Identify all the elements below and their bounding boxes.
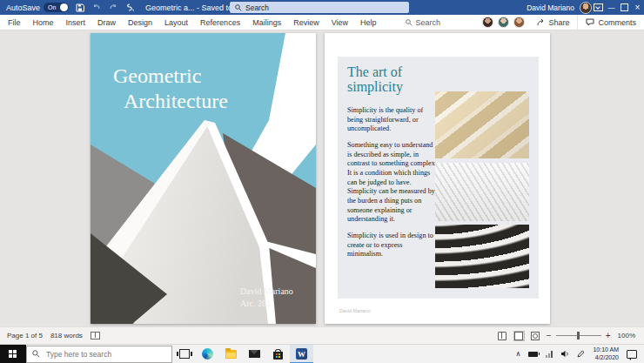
article-title-line2: simplicity	[347, 79, 403, 94]
user-avatar[interactable]	[580, 2, 592, 14]
word-count-status[interactable]: 818 words	[50, 332, 83, 339]
tab-view[interactable]: View	[325, 18, 354, 27]
tab-insert[interactable]: Insert	[60, 18, 92, 27]
title-bar: AutoSave On Geometric a... - Saved to On…	[0, 0, 644, 15]
taskbar-clock[interactable]: 10:10 AM 4/2/2020	[593, 346, 619, 362]
zoom-in-button[interactable]: +	[606, 332, 611, 340]
proofing-icon[interactable]	[91, 332, 100, 339]
action-center-icon[interactable]	[627, 350, 637, 359]
undo-icon[interactable]	[91, 2, 102, 13]
zoom-slider[interactable]	[556, 335, 601, 336]
read-mode-button[interactable]	[497, 331, 508, 341]
comments-label: Comments	[598, 18, 636, 27]
tab-review[interactable]: Review	[287, 18, 325, 27]
ribbon-display-options-button[interactable]	[592, 0, 605, 15]
close-button[interactable]: ×	[631, 0, 644, 15]
web-layout-button[interactable]	[530, 331, 541, 341]
folder-icon	[225, 350, 237, 359]
system-tray: ∧ 10:10 AM 4/2/2020	[516, 346, 637, 362]
tab-home[interactable]: Home	[27, 18, 60, 27]
save-icon[interactable]	[74, 2, 85, 13]
redo-icon[interactable]	[107, 2, 118, 13]
restore-icon	[621, 3, 628, 11]
zoom-level[interactable]: 100%	[618, 332, 635, 339]
taskbar-search-box[interactable]	[26, 346, 172, 363]
file-explorer-button[interactable]	[219, 345, 243, 363]
autosave-switch[interactable]: On	[44, 3, 69, 12]
article-body[interactable]: Simplicity is the quality of being strai…	[347, 106, 437, 266]
cover-illustration: Geometric Architecture David Mariano Arc…	[91, 33, 316, 324]
cover-course: Arc. 201	[240, 299, 271, 308]
store-button[interactable]	[266, 345, 290, 363]
search-icon	[235, 4, 242, 11]
photo-dark-curves	[435, 225, 529, 288]
tab-mailings[interactable]: Mailings	[246, 18, 287, 27]
cover-author: David Mariano	[240, 286, 293, 296]
article-title-line1: The art of	[347, 64, 403, 79]
autosave-label: AutoSave	[6, 3, 40, 12]
network-icon[interactable]	[546, 351, 553, 358]
word-taskbar-button[interactable]: W	[290, 345, 313, 363]
print-layout-button[interactable]	[513, 331, 525, 341]
minimize-button[interactable]: —	[605, 0, 618, 15]
pen-tool-icon[interactable]	[124, 2, 135, 13]
tab-design[interactable]: Design	[122, 18, 158, 27]
page-cover[interactable]: Geometric Architecture David Mariano Arc…	[91, 33, 316, 324]
coauthor-avatar[interactable]	[498, 17, 509, 28]
coauthor-avatar[interactable]	[482, 17, 493, 28]
user-name[interactable]: David Mariano	[527, 3, 574, 12]
article-title[interactable]: The art of simplicity	[347, 64, 403, 95]
ribbon-display-icon	[594, 3, 603, 11]
tab-help[interactable]: Help	[354, 18, 383, 27]
page-number-status[interactable]: Page 1 of 5	[7, 332, 43, 339]
autosave-toggle[interactable]: AutoSave On	[6, 3, 69, 12]
tab-file[interactable]: File	[2, 18, 27, 27]
volume-icon[interactable]	[560, 350, 569, 358]
article-photos	[435, 91, 529, 288]
print-layout-icon	[514, 332, 523, 340]
tray-expand-icon[interactable]: ∧	[516, 351, 521, 358]
battery-icon[interactable]	[528, 352, 538, 357]
pen-icon[interactable]	[577, 350, 585, 358]
windows-taskbar: W ∧ 10:10 AM 4/2/2020	[0, 344, 644, 363]
comments-button[interactable]: Comments	[577, 15, 644, 30]
ribbon-search-label: Search	[416, 18, 441, 27]
coauthor-avatar[interactable]	[513, 17, 525, 28]
autosave-state-label: On	[48, 4, 56, 10]
titlebar-right: David Mariano — ×	[527, 0, 644, 15]
taskbar-search-input[interactable]	[44, 349, 152, 360]
toggle-knob	[60, 3, 68, 11]
status-right: − + 100%	[497, 331, 635, 341]
edge-taskbar-button[interactable]	[196, 345, 219, 363]
read-mode-icon	[498, 332, 506, 340]
share-button[interactable]: Share	[529, 15, 577, 30]
search-icon	[406, 19, 413, 26]
clock-time: 10:10 AM	[593, 346, 619, 354]
article-content-box: The art of simplicity Simplicity is the …	[338, 57, 539, 299]
mail-button[interactable]	[243, 345, 266, 363]
edge-icon	[202, 348, 213, 360]
word-icon: W	[296, 348, 307, 360]
zoom-slider-thumb[interactable]	[577, 332, 580, 339]
titlebar-search-box[interactable]: Search	[230, 2, 409, 13]
cover-title-line2: Architecture	[124, 90, 228, 112]
task-view-icon	[179, 349, 190, 359]
page-footer-author: David Mariano	[339, 308, 370, 313]
tab-draw[interactable]: Draw	[91, 18, 122, 27]
page-article[interactable]: The art of simplicity Simplicity is the …	[325, 33, 550, 324]
task-view-button[interactable]	[172, 345, 196, 363]
quick-access-toolbar: AutoSave On	[6, 2, 135, 13]
status-bar: Page 1 of 5 818 words − + 100%	[0, 326, 644, 344]
tab-references[interactable]: References	[194, 18, 246, 27]
search-icon	[32, 350, 40, 358]
ribbon-search[interactable]: Search	[406, 18, 441, 27]
word-window: AutoSave On Geometric a... - Saved to On…	[0, 0, 644, 363]
cover-title-line1: Geometric	[113, 64, 201, 87]
ribbon-right: Share Comments	[482, 15, 644, 30]
start-button[interactable]	[0, 345, 26, 363]
tab-layout[interactable]: Layout	[158, 18, 194, 27]
zoom-out-button[interactable]: −	[547, 332, 552, 340]
share-icon	[537, 18, 545, 26]
paragraph: Simplicity is used in design to create o…	[347, 232, 437, 259]
restore-button[interactable]	[618, 0, 631, 15]
